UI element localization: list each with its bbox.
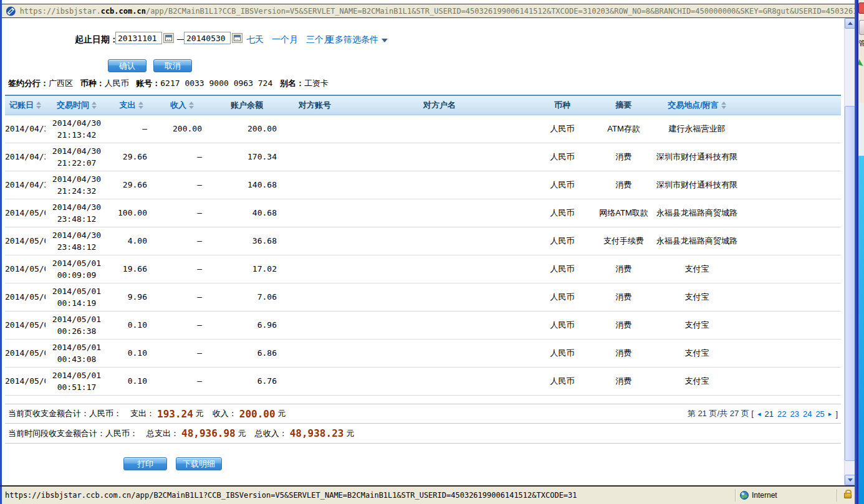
cell-transaction-time: 2014/05/0100:51:17 xyxy=(46,367,108,395)
cell-summary: ATM存款 xyxy=(591,115,656,143)
cell-transaction-time: 2014/04/3023:48:12 xyxy=(46,227,108,255)
cell-place: 永福县龙福路商贸城路口 xyxy=(656,199,737,227)
cell-credit: – xyxy=(155,339,209,367)
column-header[interactable]: 记账日 xyxy=(5,95,46,115)
column-header[interactable]: 交易时间 xyxy=(46,95,108,115)
period-credit-label: 总收入： xyxy=(255,428,287,439)
date-from-input[interactable] xyxy=(115,32,162,44)
cell-debit: 4.00 xyxy=(108,227,155,255)
column-header[interactable]: 交易地点/附言 xyxy=(656,95,737,115)
pagination-page-link[interactable]: 22 xyxy=(777,409,786,419)
column-header: 对方户名 xyxy=(345,95,534,115)
pagination-next-arrow[interactable]: ▸ xyxy=(828,410,832,418)
quick-range-link[interactable]: 七天 xyxy=(246,34,264,45)
table-header-row: 记账日交易时间支出收入账户余额对方账号对方户名币种摘要交易地点/附言 xyxy=(5,95,841,115)
chevron-down-icon xyxy=(382,39,388,42)
more-filters-link[interactable]: 更多筛选条件 xyxy=(326,34,388,45)
cell-transaction-time: 2014/04/3021:22:07 xyxy=(46,143,108,171)
cell-debit: 9.96 xyxy=(108,283,155,311)
address-bar[interactable]: https://ibsbjstar.ccb.com.cn/app/B2CMain… xyxy=(2,4,855,18)
cell-record-date: 2014/05/01 xyxy=(5,227,46,255)
cell-transaction-time: 2014/05/0100:26:38 xyxy=(46,311,108,339)
download-details-button[interactable]: 下载明细 xyxy=(176,457,222,470)
page-debit-amount: 193.24 xyxy=(157,408,193,420)
cell-counter-account xyxy=(284,143,345,171)
print-button[interactable]: 打印 xyxy=(123,457,167,470)
column-header: 账户余额 xyxy=(209,95,284,115)
column-header: 对方账号 xyxy=(284,95,345,115)
globe-icon xyxy=(740,491,749,500)
cell-counter-name xyxy=(345,199,534,227)
period-summary-row: 当前时间段收支金额合计：人民币： 总支出： 48,936.98 元 总收入： 4… xyxy=(5,424,841,444)
cell-balance: 7.06 xyxy=(209,283,284,311)
cell-filler xyxy=(737,367,841,395)
scrollbar-thumb[interactable] xyxy=(845,106,855,461)
status-divider xyxy=(735,489,736,502)
cell-record-date: 2014/04/30 xyxy=(5,143,46,171)
cell-counter-account xyxy=(284,283,345,311)
cell-counter-name xyxy=(345,311,534,339)
cell-balance: 40.68 xyxy=(209,199,284,227)
cell-filler xyxy=(737,283,841,311)
arrow-down-icon xyxy=(848,478,853,482)
cell-summary: 消费 xyxy=(591,283,656,311)
scroll-down-button[interactable] xyxy=(845,475,855,485)
vertical-scrollbar[interactable] xyxy=(844,18,855,485)
confirm-button[interactable]: 确认 xyxy=(108,59,146,72)
cell-credit: – xyxy=(155,143,209,171)
cell-currency: 人民币 xyxy=(534,199,591,227)
cancel-button[interactable]: 取消 xyxy=(153,59,192,72)
period-credit-unit: 元 xyxy=(346,428,354,439)
pagination: 第 21 页/共 27 页 [ ◂ 21 22232425 ▸ ] xyxy=(688,408,838,419)
column-header[interactable]: 收入 xyxy=(155,95,209,115)
table-row: 2014/04/30 2014/04/3021:22:07 29.66 – 17… xyxy=(5,143,841,171)
cell-place: 永福县龙福路商贸城路口 xyxy=(656,227,737,255)
cell-summary: 消费 xyxy=(591,143,656,171)
cell-counter-account xyxy=(284,255,345,283)
scroll-up-button[interactable] xyxy=(845,18,855,29)
date-range-label: 起止日期： xyxy=(75,34,118,45)
sort-icon xyxy=(36,102,41,109)
cell-filler xyxy=(737,115,841,143)
sort-icon xyxy=(138,102,143,109)
security-zone-label: Internet xyxy=(752,491,833,500)
pagination-current-page: 21 xyxy=(765,409,774,419)
cell-summary: 消费 xyxy=(591,255,656,283)
cell-counter-name xyxy=(345,115,534,143)
cell-debit: 0.10 xyxy=(108,339,155,367)
cell-balance: 6.76 xyxy=(209,367,284,395)
date-to-input[interactable] xyxy=(184,32,231,44)
cell-currency: 人民币 xyxy=(534,311,591,339)
pagination-page-link[interactable]: 25 xyxy=(815,409,824,419)
cell-credit: 200.00 xyxy=(155,115,209,143)
account-number-value: 6217 0033 9000 0963 724 xyxy=(160,78,272,88)
page-summary-label: 当前页收支金额合计：人民币： xyxy=(8,408,122,419)
table-row: 2014/05/01 2014/05/0100:09:09 19.66 – 17… xyxy=(5,255,841,283)
pagination-page-link[interactable]: 24 xyxy=(803,409,812,419)
green-arrow-icon xyxy=(858,59,864,66)
date-from-calendar-button[interactable] xyxy=(163,33,174,43)
cell-currency: 人民币 xyxy=(534,367,591,395)
page-debit-unit: 元 xyxy=(196,408,204,419)
quick-range-link[interactable]: 一个月 xyxy=(272,34,298,45)
background-close-button[interactable] xyxy=(858,2,864,14)
pagination-info: 第 21 页/共 27 页 [ xyxy=(688,408,754,419)
cell-debit: 0.10 xyxy=(108,367,155,395)
cell-debit: 29.66 xyxy=(108,143,155,171)
cell-balance: 6.86 xyxy=(209,339,284,367)
date-to-calendar-button[interactable] xyxy=(232,33,242,43)
column-header[interactable]: 支出 xyxy=(108,95,155,115)
background-toolbar-button[interactable] xyxy=(859,20,864,35)
cell-currency: 人民币 xyxy=(534,227,591,255)
status-url-text: https://ibsbjstar.ccb.com.cn/app/B2CMain… xyxy=(5,491,731,500)
table-row: 2014/05/01 2014/04/3023:48:12 4.00 – 36.… xyxy=(5,227,841,255)
pagination-page-link[interactable]: 23 xyxy=(790,409,799,419)
cell-debit: 19.66 xyxy=(108,255,155,283)
page-credit-label: 收入： xyxy=(213,408,237,419)
cell-record-date: 2014/05/01 xyxy=(5,255,46,283)
cell-credit: – xyxy=(155,255,209,283)
cell-balance: 170.34 xyxy=(209,143,284,171)
pagination-prev-arrow[interactable]: ◂ xyxy=(757,410,761,418)
cell-balance: 17.02 xyxy=(209,255,284,283)
cell-credit: – xyxy=(155,283,209,311)
